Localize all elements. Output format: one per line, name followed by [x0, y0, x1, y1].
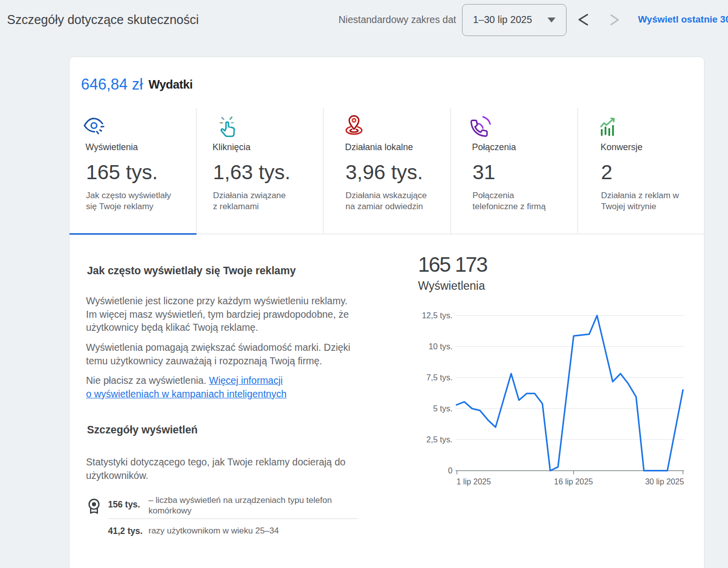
svg-text:1 lip 2025: 1 lip 2025 — [456, 477, 491, 486]
svg-text:0: 0 — [448, 466, 452, 475]
svg-text:30 lip 2025: 30 lip 2025 — [645, 477, 684, 486]
svg-text:12,5 tys.: 12,5 tys. — [422, 311, 452, 320]
svg-text:5 tys.: 5 tys. — [433, 404, 452, 413]
svg-text:7,5 tys.: 7,5 tys. — [426, 373, 452, 382]
svg-text:2,5 tys.: 2,5 tys. — [426, 435, 452, 444]
svg-text:10 tys.: 10 tys. — [428, 342, 452, 351]
svg-text:16 lip 2025: 16 lip 2025 — [554, 477, 593, 486]
